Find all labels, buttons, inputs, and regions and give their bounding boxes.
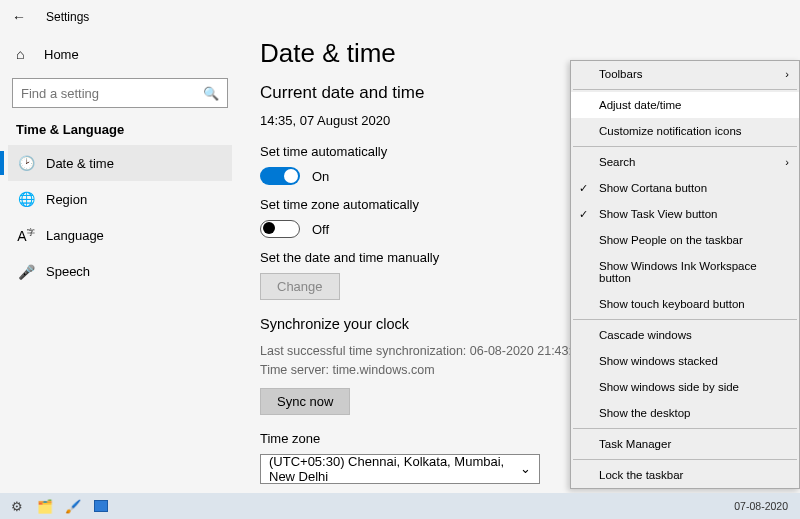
context-menu-item-label: Show People on the taskbar	[599, 234, 743, 246]
context-menu-item-label: Show windows side by side	[599, 381, 739, 393]
context-menu-item[interactable]: Lock the taskbar	[571, 462, 799, 488]
home-button[interactable]: ⌂ Home	[8, 40, 232, 68]
context-menu-item[interactable]: ✓Show Cortana button	[571, 175, 799, 201]
context-menu-item[interactable]: Show the desktop	[571, 400, 799, 426]
context-menu-item-label: Toolbars	[599, 68, 642, 80]
sidebar-item-speech[interactable]: 🎤 Speech	[8, 254, 232, 290]
context-menu-item[interactable]: Task Manager	[571, 431, 799, 457]
context-menu-item-label: Search	[599, 156, 635, 168]
set-tz-auto-toggle[interactable]	[260, 220, 300, 238]
context-menu-item-label: Lock the taskbar	[599, 469, 683, 481]
search-box[interactable]: 🔍	[12, 78, 228, 108]
context-menu-separator	[573, 146, 797, 147]
back-icon[interactable]: ←	[12, 9, 32, 25]
clock-icon: 🕑	[16, 155, 36, 171]
context-menu-item[interactable]: Show Windows Ink Workspace button	[571, 253, 799, 291]
context-menu-item-label: Show the desktop	[599, 407, 690, 419]
taskbar-app-icon[interactable]: 🖌️	[62, 496, 84, 516]
context-menu-item[interactable]: Show windows stacked	[571, 348, 799, 374]
set-time-auto-toggle[interactable]	[260, 167, 300, 185]
taskbar-date: 07-08-2020	[734, 500, 794, 512]
sidebar-item-label: Date & time	[46, 156, 114, 171]
globe-icon: 🌐	[16, 191, 36, 207]
home-icon: ⌂	[16, 46, 36, 62]
search-input[interactable]	[21, 86, 203, 101]
tz-value: (UTC+05:30) Chennai, Kolkata, Mumbai, Ne…	[269, 454, 520, 484]
sidebar: ⌂ Home 🔍 Time & Language 🕑 Date & time 🌐…	[0, 34, 240, 493]
context-menu-item[interactable]: Show People on the taskbar	[571, 227, 799, 253]
check-icon: ✓	[579, 182, 588, 195]
context-menu-separator	[573, 319, 797, 320]
taskbar-context-menu: Toolbars›Adjust date/timeCustomize notif…	[570, 60, 800, 489]
language-icon: A字	[16, 227, 36, 244]
window-header: ← Settings	[0, 0, 800, 34]
set-tz-auto-state: Off	[312, 222, 329, 237]
context-menu-separator	[573, 459, 797, 460]
check-icon: ✓	[579, 208, 588, 221]
sidebar-item-date-time[interactable]: 🕑 Date & time	[8, 145, 232, 181]
change-button: Change	[260, 273, 340, 300]
context-menu-separator	[573, 428, 797, 429]
context-menu-item-label: Show Task View button	[599, 208, 717, 220]
chevron-right-icon: ›	[785, 156, 789, 168]
sidebar-item-region[interactable]: 🌐 Region	[8, 181, 232, 217]
context-menu-item[interactable]: Cascade windows	[571, 322, 799, 348]
context-menu-item-label: Cascade windows	[599, 329, 692, 341]
context-menu-separator	[573, 89, 797, 90]
sidebar-item-label: Speech	[46, 264, 90, 279]
sync-now-button[interactable]: Sync now	[260, 388, 350, 415]
context-menu-item[interactable]: Show windows side by side	[571, 374, 799, 400]
context-menu-item[interactable]: Adjust date/time	[571, 92, 799, 118]
context-menu-item[interactable]: Customize notification icons	[571, 118, 799, 144]
context-menu-item[interactable]: ⚙Taskbar settings	[571, 488, 799, 489]
sidebar-item-label: Region	[46, 192, 87, 207]
context-menu-item-label: Customize notification icons	[599, 125, 742, 137]
sidebar-item-language[interactable]: A字 Language	[8, 217, 232, 254]
context-menu-item[interactable]: Show touch keyboard button	[571, 291, 799, 317]
chevron-right-icon: ›	[785, 68, 789, 80]
microphone-icon: 🎤	[16, 264, 36, 280]
taskbar-app-icon[interactable]	[90, 496, 112, 516]
set-time-auto-state: On	[312, 169, 329, 184]
context-menu-item-label: Show Cortana button	[599, 182, 707, 194]
context-menu-item-label: Show Windows Ink Workspace button	[599, 260, 789, 284]
search-icon: 🔍	[203, 86, 219, 101]
sidebar-section-title: Time & Language	[8, 122, 232, 145]
sidebar-item-label: Language	[46, 228, 104, 243]
taskbar: ⚙ 🗂️ 🖌️ 07-08-2020	[0, 493, 800, 519]
taskbar-app-icon[interactable]: 🗂️	[34, 496, 56, 516]
context-menu-item-label: Adjust date/time	[599, 99, 681, 111]
home-label: Home	[44, 47, 79, 62]
context-menu-item-label: Task Manager	[599, 438, 671, 450]
context-menu-item[interactable]: ✓Show Task View button	[571, 201, 799, 227]
window-title: Settings	[46, 10, 89, 24]
tz-select[interactable]: (UTC+05:30) Chennai, Kolkata, Mumbai, Ne…	[260, 454, 540, 484]
chevron-down-icon: ⌄	[520, 461, 531, 476]
context-menu-item-label: Show touch keyboard button	[599, 298, 745, 310]
context-menu-item-label: Show windows stacked	[599, 355, 718, 367]
context-menu-item[interactable]: Search›	[571, 149, 799, 175]
context-menu-item[interactable]: Toolbars›	[571, 61, 799, 87]
settings-icon[interactable]: ⚙	[6, 496, 28, 516]
